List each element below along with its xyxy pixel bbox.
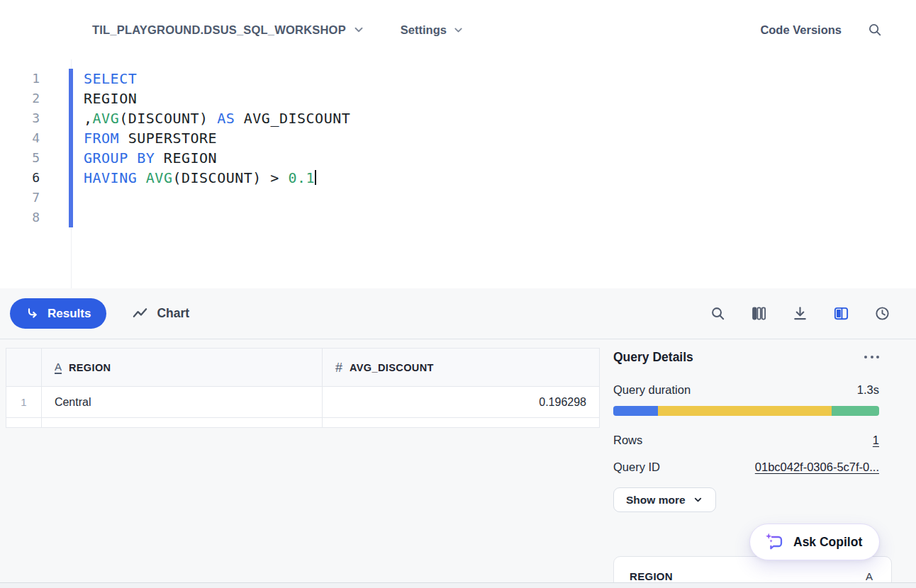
query-duration-label: Query duration <box>613 383 691 397</box>
line-number: 2 <box>0 89 40 108</box>
search-results-icon[interactable] <box>710 305 726 322</box>
rows-label: Rows <box>613 434 642 447</box>
query-duration-bar[interactable] <box>613 406 879 416</box>
query-history-clock-icon[interactable] <box>874 305 890 322</box>
line-number-gutter: 12345678 <box>0 69 40 227</box>
ask-copilot-button[interactable]: Ask Copilot <box>749 524 880 560</box>
query-id-label: Query ID <box>613 460 660 474</box>
line-number: 4 <box>0 128 40 148</box>
results-toolbar: Results Chart <box>0 288 916 339</box>
table-header-row: A REGION # AVG_DISCOUNT <box>6 348 600 386</box>
chevron-down-icon <box>693 494 703 505</box>
column-header-label: AVG_DISCOUNT <box>350 362 434 373</box>
code-line: REGION <box>84 89 350 108</box>
search-icon[interactable] <box>867 22 883 38</box>
code-line <box>84 188 350 208</box>
split-panel-icon[interactable] <box>833 305 849 322</box>
duration-segment <box>613 406 658 416</box>
download-icon[interactable] <box>792 305 808 322</box>
copilot-sparkle-chat-icon <box>764 531 785 553</box>
columns-icon[interactable] <box>751 305 767 322</box>
column-header-region[interactable]: A REGION <box>42 349 323 386</box>
code-area[interactable]: SELECTREGION,AVG(DISCOUNT) AS AVG_DISCOU… <box>84 69 350 227</box>
line-number: 6 <box>0 168 40 188</box>
empty-table-row <box>6 417 600 428</box>
code-line <box>84 208 350 227</box>
chevron-down-icon <box>452 24 464 36</box>
column-card-name: REGION <box>630 570 673 582</box>
ask-copilot-label: Ask Copilot <box>793 535 862 550</box>
chevron-down-icon <box>352 23 365 36</box>
line-number: 7 <box>0 188 40 208</box>
code-line: SELECT <box>84 69 350 89</box>
line-number: 1 <box>0 69 40 89</box>
top-bar: TIL_PLAYGROUND.DSUS_SQL_WORKSHOP Setting… <box>0 0 916 60</box>
line-number: 5 <box>0 148 40 168</box>
code-line: GROUP BY REGION <box>84 148 350 168</box>
results-content: A REGION # AVG_DISCOUNT 1Central0.196298… <box>0 339 916 588</box>
column-header-label: REGION <box>69 362 111 373</box>
top-bar-right: Code Versions <box>760 22 883 38</box>
number-type-icon: # <box>335 361 342 374</box>
results-table: A REGION # AVG_DISCOUNT 1Central0.196298 <box>6 348 600 428</box>
selection-indicator-bar <box>69 69 73 227</box>
query-duration-value: 1.3s <box>857 383 879 397</box>
text-cursor <box>315 170 316 185</box>
line-number: 3 <box>0 108 40 128</box>
worksheet-name-dropdown[interactable]: TIL_PLAYGROUND.DSUS_SQL_WORKSHOP <box>92 23 365 37</box>
rows-count-link[interactable]: 1 <box>873 434 879 447</box>
settings-dropdown[interactable]: Settings <box>401 23 464 37</box>
text-type-icon: A <box>55 361 62 374</box>
query-id-link[interactable]: 01bc042f-0306-5c7f-0... <box>755 460 879 474</box>
table-body: 1Central0.196298 <box>6 386 600 428</box>
table-row[interactable]: 1Central0.196298 <box>6 386 600 417</box>
query-details-title: Query Details <box>613 350 693 365</box>
show-more-label: Show more <box>626 494 686 507</box>
bottom-divider <box>0 582 916 588</box>
code-line: FROM SUPERSTORE <box>84 128 350 148</box>
cell-region[interactable]: Central <box>42 387 323 417</box>
chart-line-icon <box>132 305 148 322</box>
results-tab-label: Results <box>48 307 91 321</box>
tab-results[interactable]: Results <box>10 298 106 329</box>
sql-worksheet-app: TIL_PLAYGROUND.DSUS_SQL_WORKSHOP Setting… <box>0 0 916 588</box>
row-number-header <box>6 349 42 386</box>
show-more-button[interactable]: Show more <box>613 487 716 512</box>
column-card-type: A <box>866 570 873 582</box>
line-number: 8 <box>0 208 40 227</box>
more-options-icon[interactable] <box>864 353 879 361</box>
code-line: ,AVG(DISCOUNT) AS AVG_DISCOUNT <box>84 108 350 128</box>
worksheet-name: TIL_PLAYGROUND.DSUS_SQL_WORKSHOP <box>92 23 346 37</box>
query-details-panel: Query Details Query duration 1.3s Rows 1… <box>613 348 879 512</box>
sql-editor[interactable]: 12345678 SELECTREGION,AVG(DISCOUNT) AS A… <box>0 60 916 288</box>
chart-tab-label: Chart <box>157 306 189 321</box>
cell-avg-discount[interactable]: 0.196298 <box>323 387 599 417</box>
column-header-avg-discount[interactable]: # AVG_DISCOUNT <box>323 349 599 386</box>
settings-label: Settings <box>401 23 447 37</box>
row-number: 1 <box>6 387 42 417</box>
duration-segment <box>832 406 879 416</box>
tab-chart[interactable]: Chart <box>132 305 189 322</box>
code-versions-button[interactable]: Code Versions <box>760 23 842 37</box>
results-arrow-icon <box>26 307 40 321</box>
duration-segment <box>658 406 832 416</box>
results-tools <box>710 305 890 322</box>
code-line: HAVING AVG(DISCOUNT) > 0.1 <box>84 168 350 188</box>
